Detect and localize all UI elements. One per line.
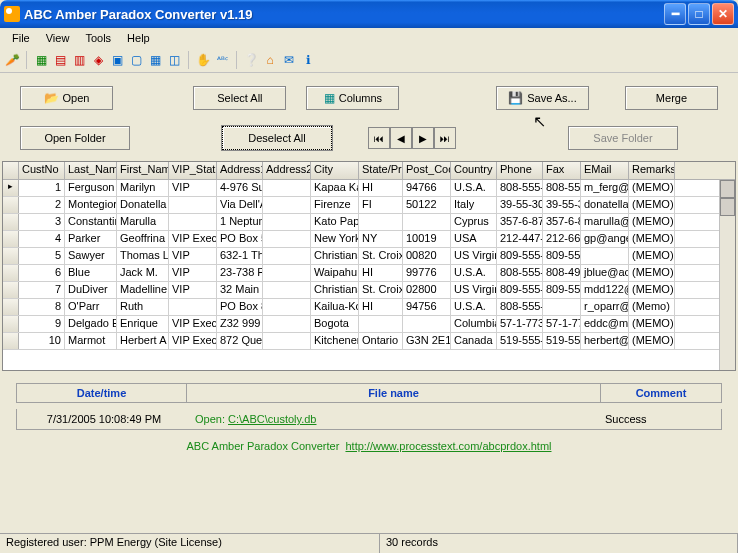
col-header[interactable]: Address1 — [217, 162, 263, 179]
cell: 4 — [19, 231, 65, 247]
pdf-icon[interactable]: ▤ — [52, 52, 68, 68]
col-header[interactable]: VIP_Status — [169, 162, 217, 179]
rtf-icon[interactable]: ▢ — [128, 52, 144, 68]
cell: 94766 — [403, 180, 451, 196]
table-row[interactable]: 4ParkerGeoffrinaVIP ExecPO Box 5New York… — [3, 231, 735, 248]
col-header[interactable]: CustNo — [19, 162, 65, 179]
col-header[interactable]: First_Name — [117, 162, 169, 179]
html-icon[interactable]: ▣ — [109, 52, 125, 68]
product-name: ABC Amber Paradox Converter — [186, 440, 339, 452]
log-file-link[interactable]: C:\ABC\custoly.db — [228, 413, 316, 425]
excel-icon[interactable]: ▦ — [33, 52, 49, 68]
select-all-button[interactable]: Select All — [193, 86, 286, 110]
col-header[interactable]: Address2 — [263, 162, 311, 179]
save-as-button[interactable]: 💾Save As... — [496, 86, 589, 110]
cell: (MEMO) — [629, 248, 675, 264]
col-header[interactable]: Country — [451, 162, 497, 179]
col-header[interactable]: City — [311, 162, 359, 179]
row-selector[interactable] — [3, 197, 19, 213]
merge-button[interactable]: Merge — [625, 86, 718, 110]
minimize-button[interactable]: ━ — [664, 3, 686, 25]
row-selector[interactable] — [3, 333, 19, 349]
save-folder-button[interactable]: Save Folder — [568, 126, 678, 150]
abc-icon[interactable]: ᴬᴮᶜ — [214, 52, 230, 68]
col-header[interactable]: Last_Name — [65, 162, 117, 179]
menu-tools[interactable]: Tools — [77, 30, 119, 46]
row-selector[interactable] — [3, 265, 19, 281]
table-row[interactable]: 7DuDiverMadellineVIP32 Main SChristiansS… — [3, 282, 735, 299]
csv-icon[interactable]: ▦ — [147, 52, 163, 68]
cell: 32 Main S — [217, 282, 263, 298]
cell: 8 — [19, 299, 65, 315]
deselect-all-button[interactable]: Deselect All — [222, 126, 332, 150]
help-icon[interactable]: ❔ — [243, 52, 259, 68]
cell — [403, 214, 451, 230]
cell — [359, 316, 403, 332]
toolbar: 🥕 ▦ ▤ ▥ ◈ ▣ ▢ ▦ ◫ ✋ ᴬᴮᶜ ❔ ⌂ ✉ ℹ — [0, 47, 738, 73]
acrobat-icon[interactable]: ◈ — [90, 52, 106, 68]
home-icon[interactable]: ⌂ — [262, 52, 278, 68]
cell — [169, 299, 217, 315]
cell: 6 — [19, 265, 65, 281]
col-header[interactable]: Phone — [497, 162, 543, 179]
cell: Kailua-Ko — [311, 299, 359, 315]
close-button[interactable]: ✕ — [712, 3, 734, 25]
cell — [581, 248, 629, 264]
maximize-button[interactable]: □ — [688, 3, 710, 25]
menu-help[interactable]: Help — [119, 30, 158, 46]
table-row[interactable]: 3ConstantinMarulla1 NeptuneKato PaplCypr… — [3, 214, 735, 231]
nav-next-button[interactable]: ▶ — [412, 127, 434, 149]
export-icon[interactable]: ▥ — [71, 52, 87, 68]
cell: (Memo) — [629, 299, 675, 315]
mail-icon[interactable]: ✉ — [281, 52, 297, 68]
open-button[interactable]: 📂Open — [20, 86, 113, 110]
col-header[interactable]: Fax — [543, 162, 581, 179]
carrot-icon[interactable]: 🥕 — [4, 52, 20, 68]
table-row[interactable]: 9Delgado EEnriqueVIP ExecZ32 999 #Bogota… — [3, 316, 735, 333]
col-header[interactable]: State/Prov — [359, 162, 403, 179]
row-selector[interactable]: ▸ — [3, 180, 19, 196]
data-grid: CustNoLast_NameFirst_NameVIP_StatusAddre… — [2, 161, 736, 371]
nav-first-button[interactable]: ⏮ — [368, 127, 390, 149]
columns-button[interactable]: ▦Columns — [306, 86, 399, 110]
cell: Cyprus — [451, 214, 497, 230]
cell: m_ferg@k — [581, 180, 629, 196]
vertical-scrollbar[interactable] — [719, 180, 735, 370]
row-selector[interactable] — [3, 231, 19, 247]
cell: St. Croix — [359, 248, 403, 264]
cell: 7 — [19, 282, 65, 298]
table-row[interactable]: ▸1FergusonMarilynVIP4-976 SugKapaa KaHI9… — [3, 180, 735, 197]
cell: Enrique — [117, 316, 169, 332]
log-filename: Open: C:\ABC\custoly.db — [189, 413, 599, 425]
product-url[interactable]: http://www.processtext.com/abcprdox.html — [345, 440, 551, 452]
cell — [169, 214, 217, 230]
row-selector[interactable] — [3, 214, 19, 230]
col-header[interactable]: Post_Code — [403, 162, 451, 179]
window-title: ABC Amber Paradox Converter v1.19 — [24, 7, 664, 22]
cell: Delgado E — [65, 316, 117, 332]
nav-last-button[interactable]: ⏭ — [434, 127, 456, 149]
row-selector[interactable] — [3, 316, 19, 332]
nav-prev-button[interactable]: ◀ — [390, 127, 412, 149]
row-selector[interactable] — [3, 299, 19, 315]
row-selector[interactable] — [3, 282, 19, 298]
row-selector-header[interactable] — [3, 162, 19, 179]
table-row[interactable]: 6BlueJack M.VIP23-738 PaWaipahuHI99776U.… — [3, 265, 735, 282]
table-row[interactable]: 5SawyerThomas LVIP632-1 ThisChristiansSt… — [3, 248, 735, 265]
word-icon[interactable]: ◫ — [166, 52, 182, 68]
cell: G3N 2E1 — [403, 333, 451, 349]
app-icon — [4, 6, 20, 22]
row-selector[interactable] — [3, 248, 19, 264]
col-header[interactable]: Remarks — [629, 162, 675, 179]
menu-file[interactable]: File — [4, 30, 38, 46]
info-icon[interactable]: ℹ — [300, 52, 316, 68]
hand-icon[interactable]: ✋ — [195, 52, 211, 68]
cell: 808-555-8 — [497, 299, 543, 315]
col-header[interactable]: EMail — [581, 162, 629, 179]
cell: 94756 — [403, 299, 451, 315]
menu-view[interactable]: View — [38, 30, 78, 46]
table-row[interactable]: 2MontegiorDonatellaVia Dell'AFirenzeFI50… — [3, 197, 735, 214]
table-row[interactable]: 8O'ParrRuthPO Box 8Kailua-KoHI94756U.S.A… — [3, 299, 735, 316]
table-row[interactable]: 10MarmotHerbert AVIP Exec872 QueeKitchen… — [3, 333, 735, 350]
open-folder-button[interactable]: Open Folder — [20, 126, 130, 150]
